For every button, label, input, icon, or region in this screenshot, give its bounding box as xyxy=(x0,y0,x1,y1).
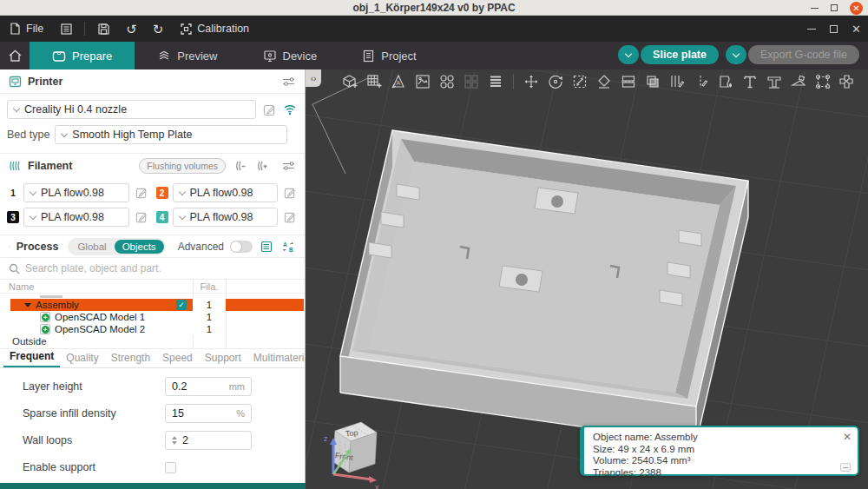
spin-down-icon[interactable] xyxy=(172,441,177,445)
support-painting-icon[interactable] xyxy=(765,72,784,91)
assembly-view-icon[interactable] xyxy=(837,72,856,91)
printer-wifi-button[interactable] xyxy=(282,102,298,117)
printer-select[interactable]: Creality Hi 0.4 nozzle xyxy=(7,100,256,119)
printer-settings-button[interactable] xyxy=(280,74,296,89)
menu-list-button[interactable] xyxy=(51,16,81,42)
filament-edit-button[interactable] xyxy=(134,185,149,201)
app-close-icon[interactable]: ✕ xyxy=(852,23,861,35)
remove-filament-button[interactable] xyxy=(232,158,247,174)
filament-settings-button[interactable] xyxy=(280,158,296,174)
scope-global[interactable]: Global xyxy=(69,240,114,254)
slice-plate-button[interactable]: Slice plate xyxy=(641,45,719,64)
advanced-toggle[interactable] xyxy=(230,241,253,253)
search-bar xyxy=(0,258,305,280)
search-input[interactable] xyxy=(25,262,296,274)
menu-calibration[interactable]: Calibration xyxy=(171,16,257,42)
rotate-icon[interactable] xyxy=(546,72,565,91)
scope-objects[interactable]: Objects xyxy=(115,240,164,254)
add-plate-icon[interactable] xyxy=(365,72,384,91)
collapse-arrow-icon[interactable] xyxy=(24,303,31,307)
compare-presets-button[interactable]: AB xyxy=(280,239,296,254)
assembly-checkbox[interactable]: ✓ xyxy=(176,300,187,310)
layer-height-input[interactable] xyxy=(172,380,229,393)
move-icon[interactable] xyxy=(522,72,541,91)
param-tab-strength[interactable]: Strength xyxy=(105,352,156,367)
cut-icon[interactable] xyxy=(619,72,638,91)
info-minimize-icon[interactable]: – xyxy=(840,463,851,472)
tab-project[interactable]: Project xyxy=(339,42,438,69)
edit-icon xyxy=(263,103,276,116)
color-painting-icon[interactable] xyxy=(789,72,808,91)
save-button[interactable] xyxy=(89,16,118,42)
info-close-icon[interactable]: ✕ xyxy=(843,431,852,443)
tree-row-model-1[interactable]: + OpenSCAD Model 1 1 xyxy=(0,311,305,323)
filament-color-chip[interactable]: 4 xyxy=(156,211,168,223)
svg-text:A: A xyxy=(283,241,287,247)
tree-row-model-2[interactable]: + OpenSCAD Model 2 1 xyxy=(0,323,305,335)
printer-edit-button[interactable] xyxy=(261,102,277,117)
parameter-table-button[interactable] xyxy=(259,239,274,254)
filament-color-chip[interactable]: 2 xyxy=(156,187,168,199)
tab-prepare[interactable]: Prepare xyxy=(30,42,135,69)
filament-edit-button[interactable] xyxy=(282,209,298,225)
param-tab-frequent[interactable]: Frequent xyxy=(3,350,60,367)
scale-icon[interactable] xyxy=(570,72,589,91)
window-minimize-icon[interactable] xyxy=(811,8,819,9)
param-tab-speed[interactable]: Speed xyxy=(156,352,199,367)
param-tab-support[interactable]: Support xyxy=(199,352,247,367)
filament-edit-button[interactable] xyxy=(134,209,149,225)
split-to-objects-icon[interactable] xyxy=(437,72,457,91)
app-minimize-icon[interactable] xyxy=(807,29,816,30)
arrange-icon[interactable] xyxy=(413,72,432,91)
tab-device[interactable]: Device xyxy=(240,42,340,69)
filament-color-chip[interactable]: 1 xyxy=(7,187,19,199)
text-icon[interactable] xyxy=(740,72,760,91)
param-tab-quality[interactable]: Quality xyxy=(60,352,104,367)
param-tab-multimaterial[interactable]: Multimaterial xyxy=(247,352,306,367)
filament-select-value: PLA flow0.98 xyxy=(190,211,253,223)
layers-icon[interactable] xyxy=(486,72,505,91)
export-gcode-button[interactable]: Export G-code file xyxy=(748,45,859,64)
process-icon xyxy=(9,241,10,253)
flushing-volumes-button[interactable]: Flushing volumes xyxy=(139,158,226,174)
filament-select-1[interactable]: PLA flow0.98 xyxy=(23,183,129,202)
enable-support-checkbox[interactable] xyxy=(165,462,176,473)
auto-orient-icon[interactable]: A xyxy=(389,72,408,91)
infill-density-input[interactable] xyxy=(172,407,236,420)
wall-loops-input[interactable] xyxy=(182,434,245,446)
add-object-icon[interactable] xyxy=(340,72,359,91)
seam-painting-icon[interactable] xyxy=(692,72,711,91)
filament-color-chip[interactable]: 3 xyxy=(7,211,19,223)
filament-select-4[interactable]: PLA flow0.98 xyxy=(173,208,279,227)
spin-up-icon[interactable] xyxy=(172,436,177,439)
clone-icon[interactable] xyxy=(643,72,662,91)
split-to-parts-icon[interactable] xyxy=(462,72,481,91)
tree-row-assembly[interactable]: Assembly ✓ 1 xyxy=(0,299,305,311)
fuzzy-skin-icon[interactable] xyxy=(716,72,735,91)
bed-type-select[interactable]: Smooth High Temp Plate xyxy=(55,125,287,144)
window-restore-icon[interactable] xyxy=(831,4,838,11)
viewport-3d[interactable]: Top Front z x ‹› A xyxy=(306,69,868,489)
filament-select-3[interactable]: PLA flow0.98 xyxy=(23,208,129,227)
export-options-button[interactable] xyxy=(726,45,746,64)
slice-options-button[interactable] xyxy=(618,45,639,64)
filament-edit-button[interactable] xyxy=(282,185,298,201)
sidebar-collapse-handle[interactable]: ‹› xyxy=(306,69,321,87)
menu-file[interactable]: File xyxy=(0,16,51,42)
app-restore-icon[interactable] xyxy=(830,25,838,33)
mesh-boolean-icon[interactable] xyxy=(813,72,832,91)
window-close-icon[interactable]: ✕ xyxy=(850,2,863,15)
lay-on-face-icon[interactable] xyxy=(595,72,614,91)
add-filament-button[interactable] xyxy=(253,158,269,174)
filament-select-2[interactable]: PLA flow0.98 xyxy=(173,183,279,202)
undo-button[interactable]: ↺ xyxy=(118,16,145,42)
spinner-arrows[interactable] xyxy=(172,436,177,445)
variable-layer-height-icon[interactable] xyxy=(667,72,687,91)
redo-button[interactable]: ↻ xyxy=(145,16,172,42)
home-button[interactable] xyxy=(0,42,30,69)
filament-slot-3: 3 PLA flow0.98 xyxy=(7,208,149,227)
chevron-down-icon xyxy=(178,188,185,195)
tab-preview[interactable]: Preview xyxy=(135,42,240,69)
tab-device-label: Device xyxy=(283,50,318,63)
tree-row-fila: 1 xyxy=(193,323,226,335)
